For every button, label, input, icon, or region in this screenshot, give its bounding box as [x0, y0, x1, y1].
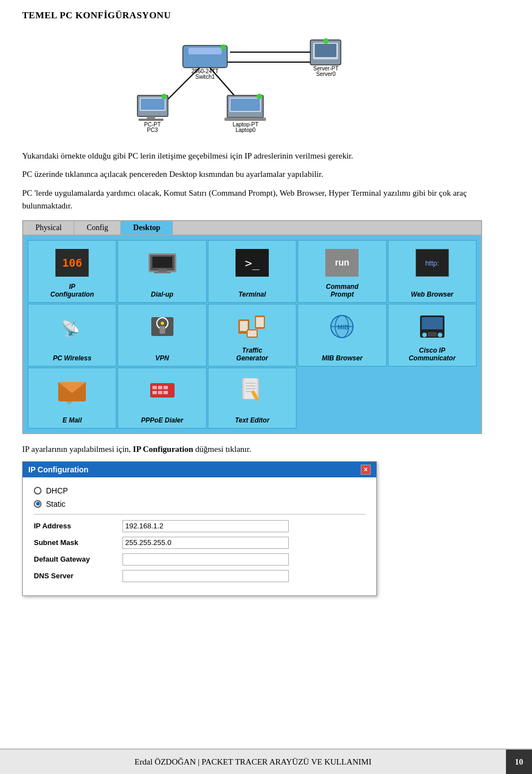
paragraph-2: PC üzerinde tıklanınca açılacak pencered…: [22, 168, 510, 181]
svg-rect-65: [163, 391, 168, 394]
desktop-item-command-prompt[interactable]: run CommandPrompt: [298, 240, 386, 303]
tab-physical[interactable]: Physical: [23, 221, 74, 235]
desktop-item-traffic-gen[interactable]: TrafficGenerator: [208, 304, 296, 366]
ip-config-label: IPConfiguration: [50, 283, 94, 299]
text-editor-icon: [234, 373, 270, 408]
dns-server-input[interactable]: [122, 570, 289, 582]
static-label: Static: [46, 500, 65, 508]
desktop-item-pppoe[interactable]: PPPoE Dialer: [117, 368, 206, 429]
cisco-ip-icon: [415, 309, 450, 344]
dhcp-radio-row[interactable]: DHCP: [34, 486, 365, 495]
terminal-label: Terminal: [238, 291, 266, 298]
footer-bar: Erdal ÖZDOĞAN | PACKET TRACER ARAYÜZÜ VE…: [0, 748, 532, 774]
traffic-gen-icon: [234, 309, 270, 344]
ip-config-sentence-end: düğmesi tıklanır.: [193, 445, 252, 454]
pc-wireless-icon: 📡: [54, 309, 90, 344]
svg-rect-60: [152, 386, 157, 389]
desktop-item-web-browser[interactable]: http: Web Browser: [388, 240, 477, 303]
dialup-label: Dial-up: [151, 291, 173, 298]
svg-point-13: [323, 38, 329, 44]
svg-point-54: [422, 333, 427, 337]
svg-rect-63: [152, 391, 157, 394]
tab-desktop[interactable]: Desktop: [121, 221, 173, 235]
svg-text:📡: 📡: [61, 319, 80, 338]
svg-rect-38: [160, 326, 165, 334]
desktop-item-terminal[interactable]: >_ Terminal: [208, 240, 296, 303]
default-gateway-label: Default Gateway: [34, 555, 122, 563]
desktop-item-dialup[interactable]: Dial-up: [117, 240, 206, 303]
dns-server-label: DNS Server: [34, 572, 122, 580]
network-diagram: 2960-24TT Switch1 Server-PT Server0 PC-P…: [22, 29, 510, 140]
desktop-item-email[interactable]: @ E Mail: [28, 368, 116, 429]
pppoe-icon: [145, 373, 180, 408]
desktop-item-pc-wireless[interactable]: 📡 PC Wireless: [28, 304, 116, 366]
email-label: E Mail: [63, 416, 82, 424]
svg-rect-43: [256, 317, 264, 327]
default-gateway-input[interactable]: [122, 553, 289, 566]
web-browser-label: Web Browser: [411, 291, 453, 298]
text-editor-label: Text Editor: [235, 416, 269, 424]
ip-address-input[interactable]: [122, 520, 289, 532]
svg-rect-62: [163, 386, 168, 389]
ip-config-sentence-bold: IP Configuration: [133, 445, 193, 454]
vpn-icon: [145, 309, 180, 344]
web-browser-icon: http:: [415, 245, 450, 281]
dhcp-radio[interactable]: [34, 487, 42, 495]
ip-config-title-bar: IP Configuration ×: [23, 462, 376, 477]
svg-point-53: [438, 333, 442, 337]
svg-point-39: [161, 322, 164, 325]
desktop-item-vpn[interactable]: VPN: [117, 304, 206, 366]
ip-config-close-button[interactable]: ×: [361, 465, 371, 475]
dhcp-label: DHCP: [46, 486, 68, 495]
static-radio[interactable]: [34, 500, 42, 508]
svg-text:MIB: MIB: [337, 324, 349, 330]
svg-rect-10: [315, 44, 336, 57]
svg-rect-25: [231, 99, 260, 111]
svg-rect-19: [139, 119, 163, 121]
svg-rect-17: [141, 99, 165, 110]
svg-point-29: [257, 94, 262, 99]
pc-wireless-label: PC Wireless: [53, 354, 91, 362]
svg-text:Server0: Server0: [316, 71, 335, 77]
desktop-item-ip-config[interactable]: 106 IPConfiguration: [28, 240, 116, 303]
vpn-label: VPN: [155, 354, 169, 362]
ip-config-icon: 106: [54, 245, 90, 281]
svg-text:Switch1: Switch1: [195, 74, 214, 80]
ip-address-row: IP Address: [34, 520, 365, 532]
subnet-mask-row: Subnet Mask: [34, 537, 365, 549]
terminal-icon: >_: [234, 245, 270, 281]
desktop-grid: 106 IPConfiguration Dial-up: [23, 236, 481, 433]
svg-rect-34: [154, 272, 171, 273]
pppoe-label: PPPoE Dialer: [141, 416, 183, 424]
command-prompt-icon: run: [324, 245, 360, 281]
footer-page-number: 10: [506, 750, 532, 774]
ip-address-label: IP Address: [34, 522, 122, 530]
mib-browser-label: MIB Browser: [322, 354, 362, 362]
desktop-item-cisco-ip[interactable]: Cisco IPCommunicator: [388, 304, 477, 366]
svg-rect-26: [224, 118, 266, 121]
svg-rect-55: [428, 332, 437, 337]
mib-browser-icon: MIB: [324, 309, 360, 344]
ip-config-body: DHCP Static IP Address Subnet Mask Defau…: [23, 477, 376, 595]
subnet-mask-input[interactable]: [122, 537, 289, 549]
svg-point-22: [161, 94, 167, 99]
desktop-item-text-editor[interactable]: Text Editor: [208, 368, 296, 429]
svg-rect-32: [152, 257, 172, 268]
static-radio-row[interactable]: Static: [34, 500, 365, 508]
ip-config-dialog: IP Configuration × DHCP Static IP Addres…: [22, 461, 377, 596]
page-title: TEMEL PC KONFİGÜRASYONU: [22, 10, 510, 21]
command-prompt-label: CommandPrompt: [326, 283, 359, 299]
svg-rect-4: [188, 48, 222, 54]
desktop-item-mib-browser[interactable]: MIB MIB Browser: [298, 304, 386, 366]
svg-text:PC3: PC3: [147, 127, 158, 133]
dns-server-row: DNS Server: [34, 570, 365, 582]
svg-rect-61: [158, 386, 162, 389]
ip-config-sentence: IP ayarlarının yapılabilmesi için, IP Co…: [22, 443, 510, 456]
cisco-ip-label: Cisco IPCommunicator: [408, 347, 456, 363]
svg-rect-59: [150, 383, 175, 398]
traffic-gen-label: TrafficGenerator: [236, 347, 268, 363]
ip-config-sentence-start: IP ayarlarının yapılabilmesi için,: [22, 445, 133, 454]
svg-text:Laptop0: Laptop0: [236, 127, 256, 133]
tab-config[interactable]: Config: [74, 221, 121, 235]
ip-config-dialog-title: IP Configuration: [28, 465, 89, 474]
